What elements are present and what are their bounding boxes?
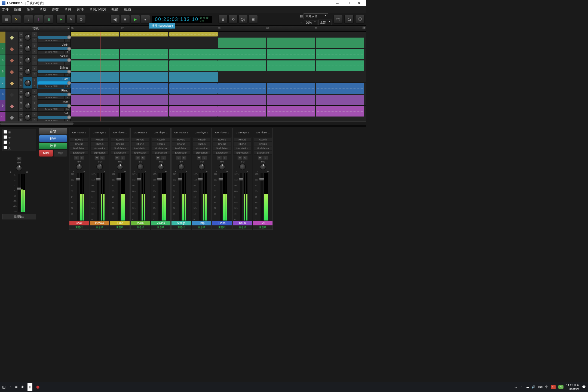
audio-clip[interactable] bbox=[267, 49, 315, 59]
rec-button[interactable]: R bbox=[32, 83, 37, 89]
snap-button[interactable]: ⊞ bbox=[249, 15, 258, 24]
track-header-title[interactable]: 音轨 bbox=[0, 26, 71, 32]
track-row[interactable]: 6 ◆ MS IR Strings General MIDI3 bbox=[0, 66, 71, 77]
menu-note[interactable]: 音符 bbox=[64, 7, 71, 12]
param-slot[interactable]: Reverb bbox=[172, 137, 190, 142]
param-slot[interactable]: Reverb bbox=[131, 137, 149, 142]
h-scrollbar[interactable] bbox=[0, 121, 366, 125]
channel-select[interactable]: 3 bbox=[65, 73, 70, 77]
bus-select[interactable]: 主总线 bbox=[110, 225, 130, 229]
mute-button[interactable]: M bbox=[156, 156, 161, 160]
param-slot[interactable]: Modulation bbox=[213, 146, 231, 150]
track-row[interactable]: 4 ◆ MS IR Violin General MIDI5 bbox=[0, 43, 71, 54]
audio-clip[interactable] bbox=[218, 60, 266, 71]
mute-button[interactable]: M bbox=[19, 54, 23, 60]
solo-button[interactable]: S bbox=[19, 49, 23, 54]
pan-knob[interactable] bbox=[260, 164, 266, 170]
strip-name[interactable]: Violins bbox=[151, 221, 170, 225]
solo-button[interactable]: S bbox=[141, 156, 146, 160]
clip-row[interactable] bbox=[71, 32, 366, 37]
zoom-dropdown[interactable]: 90% bbox=[304, 20, 317, 25]
pan-knob[interactable] bbox=[24, 57, 31, 63]
audio-clip[interactable] bbox=[218, 49, 266, 59]
mute-button[interactable]: M bbox=[197, 156, 201, 160]
player-name[interactable]: GM Player 1 bbox=[253, 128, 272, 137]
player-name[interactable]: GM Player 1 bbox=[212, 128, 232, 137]
bars-tool-button[interactable]: ⦀ bbox=[34, 15, 43, 24]
volume-fader[interactable] bbox=[118, 173, 120, 220]
param-slot[interactable]: Chorus bbox=[254, 142, 272, 146]
param-slot[interactable]: Reverb bbox=[233, 137, 252, 142]
strip-name[interactable]: Violin bbox=[131, 221, 150, 225]
none-check-1[interactable] bbox=[4, 130, 7, 134]
audio-clip[interactable] bbox=[316, 95, 364, 105]
param-slot[interactable]: Reverb bbox=[192, 137, 211, 142]
audio-clip[interactable] bbox=[169, 49, 218, 59]
scope-dropdown[interactable]: 全部 bbox=[318, 20, 332, 25]
menu-score[interactable]: 乐谱 bbox=[27, 7, 34, 12]
audio-clip[interactable] bbox=[218, 38, 266, 48]
audio-clip[interactable] bbox=[71, 72, 119, 82]
rec-button[interactable]: R bbox=[32, 49, 37, 54]
param-slot[interactable]: Expression bbox=[254, 151, 272, 155]
param-slot[interactable]: Modulation bbox=[131, 146, 149, 150]
param-slot[interactable]: Expression bbox=[152, 151, 170, 155]
track-row[interactable]: 5 ◆ MS IR Violins General MIDI5 bbox=[0, 54, 71, 66]
clip-row[interactable] bbox=[71, 60, 366, 71]
pan-knob[interactable] bbox=[24, 34, 31, 41]
device-select[interactable]: General MIDI bbox=[38, 39, 65, 42]
solo-button[interactable]: S bbox=[19, 60, 23, 66]
player-name[interactable]: GM Player 1 bbox=[151, 128, 170, 137]
param-slot[interactable]: Modulation bbox=[90, 146, 109, 150]
rec-button[interactable]: R bbox=[32, 37, 37, 43]
lock-button[interactable]: I bbox=[32, 112, 37, 117]
mute-button[interactable]: M bbox=[115, 156, 120, 160]
metronome-button[interactable]: Δ bbox=[218, 15, 228, 24]
param-slot[interactable]: Modulation bbox=[192, 146, 211, 150]
param-slot[interactable]: Reverb bbox=[213, 137, 231, 142]
rec-button[interactable]: R bbox=[32, 60, 37, 66]
audio-clip[interactable] bbox=[120, 106, 168, 117]
master-pan-knob[interactable] bbox=[16, 165, 22, 171]
solo-button[interactable]: S bbox=[19, 72, 23, 77]
tab-fx[interactable]: 效果 bbox=[39, 143, 67, 149]
mute-button[interactable]: M bbox=[176, 156, 181, 160]
none-check-4[interactable] bbox=[4, 146, 7, 149]
strip-name[interactable]: Piccolo bbox=[90, 221, 109, 225]
pan-knob[interactable] bbox=[96, 164, 103, 170]
pan-knob[interactable] bbox=[24, 91, 31, 98]
pan-knob[interactable] bbox=[24, 114, 31, 121]
solo-button[interactable]: S bbox=[19, 94, 23, 100]
timeline[interactable]: 262728293031 M bbox=[71, 26, 366, 121]
solo-button[interactable]: S bbox=[222, 156, 227, 160]
param-slot[interactable]: Modulation bbox=[111, 146, 129, 150]
audio-clip[interactable] bbox=[169, 60, 218, 71]
none-check-3[interactable] bbox=[4, 140, 7, 144]
channel-select[interactable]: 5 bbox=[65, 62, 70, 65]
mute-button[interactable]: M bbox=[19, 43, 23, 49]
strip-name[interactable]: Harp bbox=[192, 221, 211, 225]
audio-clip[interactable] bbox=[71, 60, 119, 71]
lock-button[interactable]: I bbox=[32, 54, 37, 60]
solo-button[interactable]: S bbox=[100, 156, 105, 160]
strip-name[interactable]: Drum bbox=[233, 221, 252, 225]
library-button[interactable]: 🗀 bbox=[344, 15, 354, 24]
lock-button[interactable]: I bbox=[32, 32, 37, 37]
player-name[interactable]: GM Player 1 bbox=[192, 128, 211, 137]
arrow-tool-button[interactable]: ➤ bbox=[56, 15, 66, 24]
bus-select[interactable]: 主总线 bbox=[69, 225, 89, 229]
audio-clip[interactable] bbox=[120, 95, 168, 105]
audio-clip[interactable] bbox=[267, 83, 315, 94]
volume-slider[interactable] bbox=[38, 70, 70, 73]
strip-name[interactable]: Bell bbox=[253, 221, 272, 225]
audio-clip[interactable] bbox=[218, 106, 266, 117]
master-fader[interactable] bbox=[18, 174, 20, 212]
audio-clip[interactable] bbox=[71, 95, 119, 105]
audio-clip[interactable] bbox=[218, 95, 266, 105]
volume-slider[interactable] bbox=[38, 116, 70, 119]
param-slot[interactable]: Chorus bbox=[213, 142, 231, 146]
param-slot[interactable]: Expression bbox=[111, 151, 129, 155]
solo-button[interactable]: S bbox=[79, 156, 84, 160]
menu-track[interactable]: 音轨 bbox=[39, 7, 46, 12]
audio-clip[interactable] bbox=[120, 32, 168, 36]
